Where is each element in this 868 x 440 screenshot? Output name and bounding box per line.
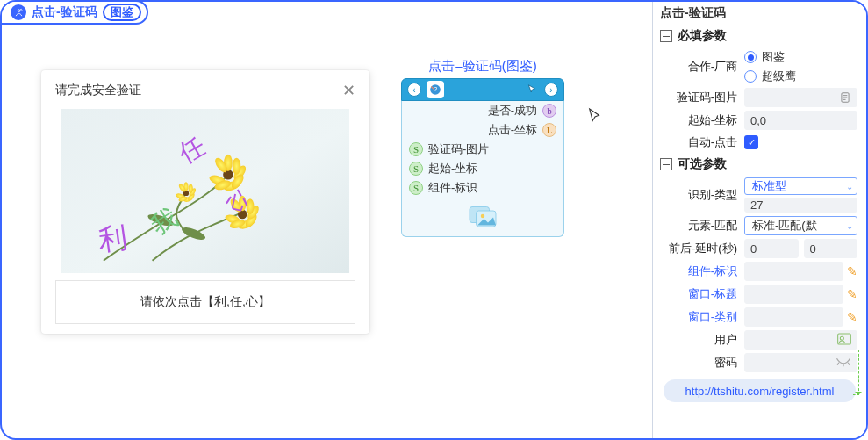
edit-icon[interactable]: ✎: [847, 287, 857, 301]
select-recog-type[interactable]: 标准型 ⌄: [744, 177, 857, 195]
chevron-down-icon: ⌄: [846, 221, 853, 231]
row-user: 用户: [653, 328, 866, 351]
chevron-right-icon[interactable]: ›: [544, 83, 558, 97]
flow-input-row: S 起始-坐标: [402, 159, 563, 178]
checkbox-auto-click[interactable]: ✓: [744, 135, 758, 149]
flow-input-row: S 组件-标识: [402, 178, 563, 198]
row-win-class: 窗口-类别 ✎: [653, 306, 866, 328]
edit-icon[interactable]: ✎: [847, 264, 857, 278]
chip-s-icon[interactable]: S: [409, 142, 423, 156]
label-user: 用户: [653, 332, 744, 348]
flow-output-label: 点击-坐标: [488, 122, 537, 138]
section-optional-label: 可选参数: [678, 156, 727, 172]
svg-point-10: [233, 158, 241, 175]
label-win-title[interactable]: 窗口-标题: [653, 286, 744, 302]
dashed-arrow-icon: [853, 350, 859, 395]
cursor-icon: [527, 83, 539, 96]
person-icon: [11, 4, 26, 20]
properties-sidebar: 点击-验证码 必填参数 合作-厂商 图鉴 超级鹰 验证码-图片: [652, 2, 866, 438]
radio-icon: [744, 70, 757, 83]
chip-s-icon[interactable]: S: [409, 162, 423, 176]
svg-point-39: [481, 214, 485, 219]
captcha-header: 请完成安全验证 ✕: [41, 70, 369, 109]
svg-line-48: [848, 363, 850, 365]
select-element-match[interactable]: 标准-匹配(默 ⌄: [744, 216, 857, 235]
flow-output-row: 点击-坐标 L: [402, 120, 563, 140]
label-element-match: 元素-匹配: [653, 218, 744, 234]
label-delay: 前后-延时(秒): [653, 241, 744, 256]
radio-chaojiying[interactable]: 超级鹰: [744, 69, 796, 84]
svg-point-45: [840, 336, 843, 340]
title-text: 点击-验证码: [32, 4, 97, 20]
row-captcha-image: 验证码-图片: [653, 86, 866, 109]
label-auto-click: 自动-点击: [653, 134, 744, 150]
input-comp-id[interactable]: [744, 262, 843, 281]
input-recog-type-value[interactable]: 27: [744, 198, 857, 213]
input-win-title[interactable]: [744, 285, 843, 304]
captcha-image[interactable]: 利 任 心 我: [55, 109, 355, 273]
captcha-card: 请完成安全验证 ✕: [41, 70, 369, 334]
chip-l-icon[interactable]: L: [542, 123, 556, 137]
row-element-match: 元素-匹配 标准-匹配(默 ⌄: [653, 214, 866, 237]
chip-s-icon[interactable]: S: [409, 181, 423, 195]
input-start-coord[interactable]: 0,0: [744, 111, 857, 130]
title-tab: 点击-验证码 图鉴: [0, 0, 148, 25]
row-delay: 前后-延时(秒) 0 0: [653, 237, 866, 260]
chip-b-icon[interactable]: b: [542, 104, 556, 118]
label-password: 密码: [653, 355, 744, 371]
row-password: 密码: [653, 351, 866, 374]
close-icon[interactable]: ✕: [342, 81, 355, 100]
input-password[interactable]: [744, 353, 857, 372]
row-auto-click: 自动-点击 ✓: [653, 132, 866, 153]
eye-closed-icon[interactable]: [836, 356, 851, 370]
input-captcha-image[interactable]: [744, 88, 857, 107]
radio-tujian[interactable]: 图鉴: [744, 49, 785, 65]
input-win-class[interactable]: [744, 307, 843, 327]
collapse-icon[interactable]: [660, 30, 672, 42]
section-required[interactable]: 必填参数: [653, 25, 866, 47]
flow-input-label: 起始-坐标: [428, 161, 477, 177]
picture-icon: [465, 201, 500, 231]
label-win-class[interactable]: 窗口-类别: [653, 309, 744, 325]
captcha-footer[interactable]: 请依次点击【利,任,心】: [55, 280, 355, 324]
section-optional[interactable]: 可选参数: [653, 153, 866, 176]
label-recog-type: 识别-类型: [653, 187, 744, 203]
label-start-coord: 起始-坐标: [653, 112, 744, 128]
flow-header[interactable]: ‹ ? ›: [401, 78, 564, 101]
flow-input-label: 组件-标识: [428, 180, 477, 196]
flow-output-row: 是否-成功 b: [402, 101, 563, 120]
sidebar-title: 点击-验证码: [653, 2, 866, 25]
flow-input-row: S 验证码-图片: [402, 140, 563, 159]
chevron-down-icon: ⌄: [846, 182, 853, 191]
register-link[interactable]: http://ttshitu.com/register.html: [664, 379, 856, 402]
row-start-coord: 起始-坐标 0,0: [653, 109, 866, 132]
flow-title: 点击–验证码(图鉴): [401, 58, 564, 75]
collapse-icon[interactable]: [660, 158, 672, 170]
flow-input-label: 验证码-图片: [428, 141, 489, 157]
svg-text:心: 心: [224, 187, 251, 215]
question-icon: ?: [427, 81, 444, 98]
input-delay-before[interactable]: 0: [744, 239, 799, 258]
section-required-label: 必填参数: [678, 28, 727, 44]
label-comp-id[interactable]: 组件-标识: [653, 263, 744, 279]
row-win-title: 窗口-标题 ✎: [653, 283, 866, 306]
flow-body: 是否-成功 b 点击-坐标 L S 验证码-图片 S 起始-坐标 S 组件-标识: [401, 101, 564, 237]
svg-line-46: [837, 363, 839, 365]
edit-icon[interactable]: ✎: [847, 310, 857, 324]
ghost-cursor-icon: [587, 107, 603, 126]
label-partner: 合作-厂商: [653, 59, 744, 75]
captcha-header-title: 请完成安全验证: [55, 83, 141, 98]
title-badge: 图鉴: [103, 4, 141, 21]
user-card-icon: [837, 333, 851, 348]
input-delay-after[interactable]: 0: [804, 239, 858, 258]
svg-text:利: 利: [97, 221, 130, 256]
svg-point-29: [189, 184, 193, 193]
row-partner: 合作-厂商 图鉴 超级鹰: [653, 47, 866, 86]
chevron-left-icon[interactable]: ‹: [407, 83, 421, 97]
input-user[interactable]: [744, 330, 857, 350]
svg-text:?: ?: [434, 85, 437, 93]
app-root: 点击-验证码 图鉴 请完成安全验证 ✕: [0, 0, 868, 440]
label-captcha-image: 验证码-图片: [653, 90, 744, 105]
captcha-instruction: 请依次点击【利,任,心】: [140, 294, 270, 310]
flow-output-label: 是否-成功: [488, 103, 537, 119]
